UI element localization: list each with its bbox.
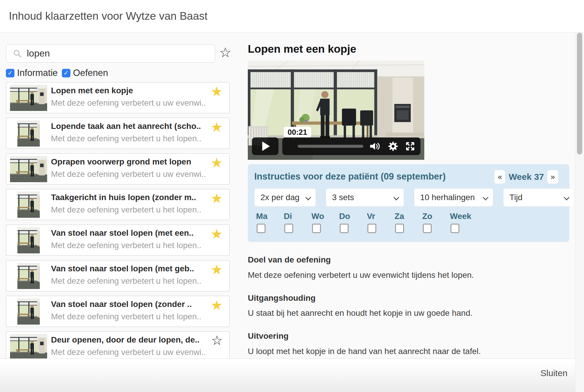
day-checkbox-za[interactable]: [395, 224, 404, 233]
exercise-list-item[interactable]: Deur openen, door de deur lopen, de.. Me…: [6, 331, 230, 363]
section-text: Met deze oefening verbetert u uw evenwic…: [248, 270, 569, 280]
description-section: Uitvoering U loopt met het kopje in de h…: [248, 331, 569, 356]
week-navigation: « Week 37 »: [494, 170, 558, 184]
exercise-thumbnail-slot: [10, 192, 47, 218]
time-select[interactable]: Tijd: [503, 188, 574, 207]
exercise-list-item[interactable]: Van stoel naar stoel lopen (met geb.. Me…: [6, 260, 230, 291]
type-filter[interactable]: ✓ Informatie: [6, 68, 58, 78]
exercise-list-item[interactable]: Oprapen voorwerp grond met lopen Met dez…: [6, 153, 230, 185]
exercise-item-title: Van stoel naar stoel lopen (met geb..: [51, 264, 204, 273]
day-column: Vr: [367, 212, 395, 233]
day-column: Ma: [256, 212, 284, 233]
exercise-title: Lopen met een kopje: [248, 43, 356, 55]
dialog-footer: Sluiten: [0, 358, 584, 392]
exercise-thumbnail-slot: [10, 85, 47, 111]
exercise-thumbnail-scene: [17, 263, 40, 289]
day-label: Wo: [311, 212, 324, 221]
day-checkbox-wo[interactable]: [312, 224, 321, 233]
section-text: U staat bij het aanrecht en houdt het ko…: [248, 308, 569, 318]
exercise-item-description: Met deze oefening verbetert u uw evenwi.…: [51, 348, 210, 357]
favorite-star-icon[interactable]: ★: [211, 263, 223, 276]
sets-select[interactable]: 3 sets: [326, 188, 404, 207]
video-controls: [282, 137, 420, 155]
exercise-thumbnail-slot: [10, 298, 47, 325]
previous-week-button[interactable]: «: [494, 170, 505, 184]
exercise-item-description: Met deze oefening verbetert u uw evenwi.…: [51, 170, 210, 179]
scrollbar[interactable]: [575, 33, 584, 392]
fullscreen-icon[interactable]: [405, 141, 415, 151]
exercise-item-description: Met deze oefening verbetert u het lopen.…: [51, 312, 210, 321]
type-filters: ✓ Informatie ✓ Oefenen: [6, 68, 108, 78]
seek-bar[interactable]: [298, 145, 363, 148]
day-checkboxes-row: Ma Di Wo Do Vr Za Zo Week: [256, 212, 478, 233]
section-heading: Uitgangshouding: [248, 293, 569, 303]
favorite-star-icon[interactable]: ★: [211, 227, 223, 241]
next-week-button[interactable]: »: [547, 170, 558, 184]
day-label: Za: [395, 212, 404, 221]
search-box[interactable]: [6, 44, 215, 63]
play-icon: [262, 142, 270, 151]
favorite-star-icon[interactable]: ★: [211, 192, 223, 205]
exercise-description: Doel van de oefening Met deze oefening v…: [248, 255, 569, 369]
favorite-star-icon[interactable]: ★: [211, 156, 223, 170]
video-player[interactable]: 00:21: [248, 61, 424, 160]
day-checkbox-vr[interactable]: [367, 224, 376, 233]
close-button[interactable]: Sluiten: [540, 368, 567, 378]
chevron-down-icon: [483, 195, 489, 200]
favorite-star-icon[interactable]: ★: [211, 298, 223, 312]
day-checkbox-ma[interactable]: [257, 224, 265, 233]
favorites-filter-star-icon[interactable]: ☆: [219, 43, 231, 62]
favorite-star-icon[interactable]: ☆: [211, 334, 223, 347]
filter-checkbox-informatie[interactable]: ✓: [6, 69, 14, 77]
instructions-panel: Instructies voor deze patiënt (09 septem…: [248, 164, 569, 242]
exercise-item-title: Van stoel naar stoel lopen (met een..: [51, 228, 204, 238]
exercise-list-item[interactable]: Taakgericht in huis lopen (zonder m.. Me…: [6, 189, 230, 220]
exercise-list-item[interactable]: Van stoel naar stoel lopen (zonder .. Me…: [6, 296, 230, 327]
search-input[interactable]: [26, 48, 215, 59]
exercise-list-item[interactable]: Van stoel naar stoel lopen (met een.. Me…: [6, 225, 230, 256]
exercise-item-title: Van stoel naar stoel lopen (zonder ..: [51, 300, 204, 309]
day-checkbox-week[interactable]: [451, 224, 459, 233]
dropdown-value: Tijd: [509, 193, 522, 202]
dialog-header: Inhoud klaarzetten voor Wytze van Baast: [0, 0, 584, 33]
filter-checkbox-oefenen[interactable]: ✓: [62, 69, 70, 77]
day-checkbox-do[interactable]: [340, 224, 349, 233]
day-label: Di: [284, 212, 292, 221]
check-icon: ✓: [8, 70, 13, 76]
favorite-star-icon[interactable]: ★: [211, 85, 223, 98]
exercise-thumbnail: [10, 334, 47, 360]
exercise-thumbnail-scene: [10, 156, 47, 182]
section-heading: Uitvoering: [248, 331, 569, 341]
favorite-star-icon[interactable]: ★: [211, 120, 223, 134]
settings-icon[interactable]: [387, 141, 399, 152]
play-button[interactable]: [252, 137, 278, 155]
day-column: Do: [339, 212, 367, 233]
repetitions-select[interactable]: 10 herhalingen: [414, 188, 493, 207]
exercise-thumbnail-scene: [17, 120, 40, 147]
day-checkbox-di[interactable]: [284, 224, 293, 233]
exercise-list-item[interactable]: Lopen met een kopje Met deze oefening ve…: [6, 82, 230, 113]
exercise-thumbnail-slot: [10, 263, 47, 289]
exercise-item-title: Lopen met een kopje: [51, 86, 204, 95]
volume-icon[interactable]: [370, 142, 381, 151]
exercise-thumbnail-slot: [10, 334, 47, 360]
day-checkbox-zo[interactable]: [423, 224, 432, 233]
check-icon: ✓: [64, 70, 69, 76]
filter-label: Oefenen: [73, 68, 108, 78]
exercise-item-description: Met deze oefening verbetert u het lopen.…: [51, 276, 210, 286]
exercise-thumbnail-slot: [10, 120, 47, 147]
dialog-title: Inhoud klaarzetten voor Wytze van Baast: [9, 10, 207, 22]
exercise-list-item[interactable]: Lopende taak aan het aanrecht (scho.. Me…: [6, 118, 230, 149]
exercise-item-description: Met deze oefening verbetert u het lopen.…: [51, 205, 210, 215]
day-column: Week: [450, 212, 478, 233]
exercise-thumbnail: [17, 263, 40, 289]
type-filter[interactable]: ✓ Oefenen: [62, 68, 108, 78]
filter-label: Informatie: [17, 68, 58, 78]
exercise-thumbnail: [10, 85, 47, 111]
week-label: Week 37: [509, 172, 544, 182]
scrollbar-thumb[interactable]: [577, 33, 582, 155]
exercise-item-title: Taakgericht in huis lopen (zonder m..: [51, 193, 204, 202]
exercise-thumbnail-scene: [10, 85, 47, 111]
frequency-select[interactable]: 2x per dag: [254, 188, 316, 207]
day-label: Vr: [367, 212, 375, 221]
